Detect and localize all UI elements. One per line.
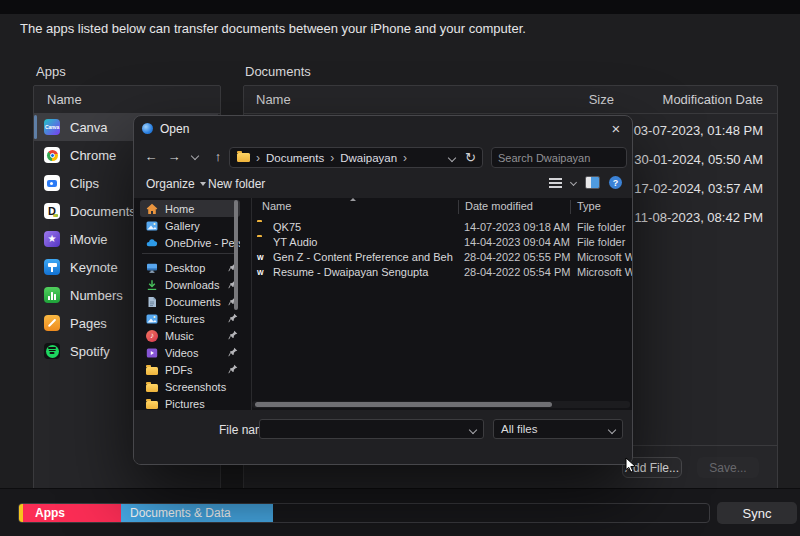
search-box bbox=[491, 147, 627, 168]
sidebar-item-label: Music bbox=[165, 330, 194, 342]
sidebar-item-music[interactable]: Music bbox=[140, 327, 240, 344]
capacity-bar: Apps Documents & Data bbox=[18, 503, 710, 523]
document-row-modified[interactable]: 03-07-2023, 01:48 PM bbox=[634, 116, 763, 145]
capacity-segment-documents-data: Documents & Data bbox=[121, 504, 273, 522]
documents-panel-title: Documents bbox=[245, 64, 311, 79]
sidebar-item-label: Documents bbox=[165, 296, 221, 308]
close-icon[interactable]: × bbox=[604, 116, 628, 140]
file-type-value: All files bbox=[501, 423, 537, 435]
documents-app-icon bbox=[44, 203, 60, 219]
folder-icon bbox=[146, 364, 158, 376]
apps-name-column-label: Name bbox=[47, 92, 82, 107]
back-icon[interactable]: ← bbox=[142, 147, 160, 165]
horizontal-scrollbar-thumb[interactable] bbox=[255, 402, 552, 407]
documents-name-column-label: Name bbox=[256, 92, 291, 107]
app-label: Numbers bbox=[70, 288, 123, 303]
file-type: Microsoft Word D bbox=[577, 266, 632, 278]
dialog-toolbar: Organize New folder bbox=[134, 173, 632, 198]
chevron-down-icon bbox=[200, 182, 206, 186]
address-dropdown-icon[interactable] bbox=[448, 153, 456, 161]
column-name[interactable]: Name bbox=[262, 200, 291, 212]
sidebar-item-home[interactable]: Home bbox=[140, 200, 240, 217]
file-name-input[interactable] bbox=[264, 421, 463, 437]
app-label: Documents bbox=[70, 204, 136, 219]
sidebar-item-label: Screenshots bbox=[165, 381, 226, 393]
sort-ascending-icon bbox=[350, 198, 356, 201]
chevron-down-icon[interactable] bbox=[469, 426, 477, 434]
intro-text: The apps listed below can transfer docum… bbox=[20, 21, 526, 36]
file-list-header[interactable]: Name Date modified Type bbox=[252, 198, 632, 214]
app-label: Keynote bbox=[70, 260, 118, 275]
pin-icon bbox=[228, 330, 238, 342]
sidebar-item-onedrive[interactable]: OneDrive - Persor bbox=[140, 234, 240, 251]
file-type: Microsoft Word D bbox=[577, 251, 632, 263]
sidebar-item-documents[interactable]: Documents bbox=[140, 293, 240, 310]
address-bar[interactable]: › Documents › Dwaipayan › ↻ bbox=[229, 147, 483, 168]
sidebar-item-label: Videos bbox=[165, 347, 198, 359]
search-input[interactable] bbox=[492, 152, 633, 164]
breadcrumb-dwaipayan[interactable]: Dwaipayan bbox=[340, 152, 397, 164]
music-icon bbox=[146, 330, 158, 342]
screen: The apps listed below can transfer docum… bbox=[0, 0, 800, 536]
file-row-gen-z-doc[interactable]: Gen Z - Content Preference and Behaviour… bbox=[252, 250, 632, 265]
file-name: Gen Z - Content Preference and Behaviour bbox=[273, 251, 453, 263]
sidebar-item-pictures[interactable]: Pictures bbox=[140, 310, 240, 327]
file-name: Resume - Dwaipayan Sengupta bbox=[273, 266, 453, 278]
home-icon bbox=[146, 203, 158, 215]
file-row-yt-audio[interactable]: YT Audio 14-04-2023 09:04 AM File folder bbox=[252, 235, 632, 250]
new-folder-button[interactable]: New folder bbox=[208, 177, 265, 191]
file-row-resume-doc[interactable]: Resume - Dwaipayan Sengupta 28-04-2022 0… bbox=[252, 265, 632, 280]
pin-icon bbox=[228, 347, 238, 359]
preview-pane-icon[interactable] bbox=[585, 176, 600, 189]
gallery-icon bbox=[146, 220, 158, 232]
sidebar-item-videos[interactable]: Videos bbox=[140, 344, 240, 361]
list-view-icon[interactable] bbox=[549, 178, 562, 188]
documents-column-header[interactable]: Name Size Modification Date bbox=[244, 86, 777, 114]
sidebar-item-pdfs[interactable]: PDFs bbox=[140, 361, 240, 378]
dialog-titlebar[interactable]: Open × bbox=[134, 116, 632, 141]
videos-icon bbox=[146, 347, 158, 359]
app-label: iMovie bbox=[70, 232, 108, 247]
refresh-icon[interactable]: ↻ bbox=[465, 150, 476, 165]
organize-button[interactable]: Organize bbox=[146, 177, 206, 191]
file-name: YT Audio bbox=[273, 236, 453, 248]
window-top-strip bbox=[0, 0, 800, 14]
sidebar-item-pictures-folder[interactable]: Pictures bbox=[140, 395, 240, 410]
save-button[interactable]: Save... bbox=[697, 457, 759, 478]
column-type[interactable]: Type bbox=[570, 200, 601, 214]
sidebar-item-label: Gallery bbox=[165, 220, 200, 232]
downloads-icon bbox=[146, 279, 158, 291]
column-date-modified[interactable]: Date modified bbox=[458, 200, 533, 214]
keynote-app-icon bbox=[44, 259, 60, 275]
document-row-modified[interactable]: 17-02-2024, 03:57 AM bbox=[634, 174, 763, 203]
file-type-select[interactable]: All files bbox=[493, 419, 623, 439]
file-type: File folder bbox=[577, 221, 632, 233]
forward-icon[interactable]: → bbox=[165, 147, 183, 165]
sidebar-item-gallery[interactable]: Gallery bbox=[140, 217, 240, 234]
help-icon[interactable] bbox=[609, 176, 622, 189]
mouse-cursor bbox=[625, 457, 637, 477]
file-list: Name Date modified Type QK75 14-07-2023 … bbox=[252, 198, 632, 410]
view-options-chevron-icon[interactable] bbox=[570, 179, 577, 186]
dialog-nav-bar: ← → ↑ › Documents › Dwaipayan › ↻ bbox=[134, 141, 632, 173]
organize-label: Organize bbox=[146, 177, 195, 191]
imovie-app-icon bbox=[44, 231, 60, 247]
spotify-app-icon bbox=[44, 343, 60, 359]
file-row-qk75[interactable]: QK75 14-07-2023 09:18 AM File folder bbox=[252, 220, 632, 235]
recent-locations-icon[interactable] bbox=[186, 147, 204, 165]
sidebar-item-downloads[interactable]: Downloads bbox=[140, 276, 240, 293]
file-date: 14-07-2023 09:18 AM bbox=[464, 221, 570, 233]
file-name-combobox bbox=[259, 419, 484, 439]
file-name: QK75 bbox=[273, 221, 453, 233]
apps-column-header[interactable]: Name bbox=[34, 86, 220, 114]
horizontal-scrollbar[interactable] bbox=[252, 401, 630, 408]
sidebar-item-label: Downloads bbox=[165, 279, 219, 291]
sidebar-item-desktop[interactable]: Desktop bbox=[140, 259, 240, 276]
sidebar-scrollbar[interactable] bbox=[234, 200, 238, 310]
up-icon[interactable]: ↑ bbox=[209, 147, 227, 165]
sidebar-item-screenshots[interactable]: Screenshots bbox=[140, 378, 240, 395]
document-row-modified[interactable]: 11-08-2023, 08:42 PM bbox=[635, 203, 763, 232]
document-row-modified[interactable]: 30-01-2024, 05:50 AM bbox=[634, 145, 763, 174]
sync-button[interactable]: Sync bbox=[717, 502, 797, 524]
breadcrumb-documents[interactable]: Documents bbox=[266, 152, 324, 164]
